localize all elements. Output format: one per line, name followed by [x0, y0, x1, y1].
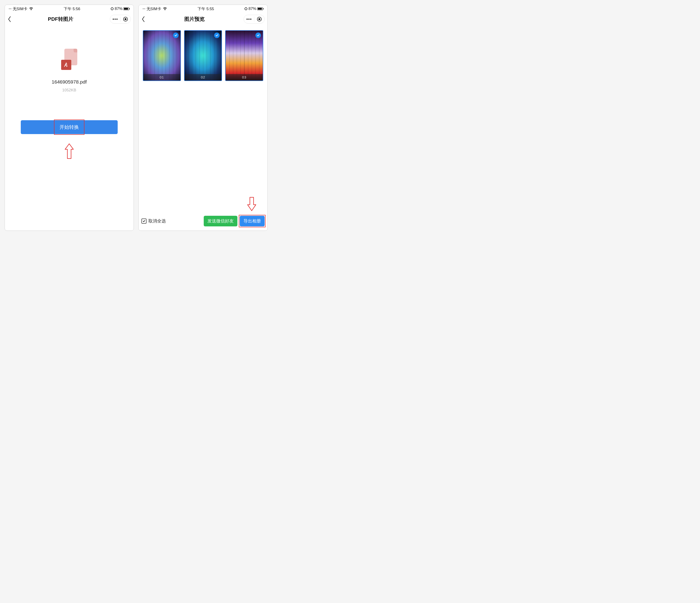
svg-point-11 [247, 19, 248, 20]
arrow-up-icon [64, 143, 74, 161]
svg-point-15 [258, 18, 260, 20]
svg-rect-9 [258, 8, 262, 10]
battery-label: 87% [115, 6, 123, 11]
highlight-box [239, 215, 266, 227]
back-button[interactable] [142, 16, 145, 22]
export-album-button[interactable]: 导出相册 [240, 216, 265, 226]
close-button[interactable] [254, 15, 265, 23]
status-bar: •••• 无SIM卡 下午 5:55 87% [139, 5, 268, 13]
battery-label: 87% [249, 6, 256, 11]
checkbox-icon [142, 219, 147, 224]
deselect-all-label: 取消全选 [148, 218, 166, 224]
filename-label: 1646905978.pdf [52, 79, 87, 85]
wifi-icon [162, 7, 167, 10]
wifi-icon [29, 7, 33, 10]
screen-pdf-convert: •••• 无SIM卡 下午 5:56 87% PDF转图片 [5, 5, 134, 231]
miniprogram-capsule [110, 15, 131, 24]
status-bar: •••• 无SIM卡 下午 5:56 87% [5, 5, 133, 13]
location-icon [244, 7, 248, 10]
thumbnail-item[interactable]: 03 [225, 30, 263, 81]
carrier-label: 无SIM卡 [13, 6, 27, 11]
signal-dots-icon: •••• [8, 7, 11, 10]
nav-bar: 图片预览 [139, 13, 268, 26]
send-wechat-label: 发送微信好友 [207, 218, 234, 224]
menu-button[interactable] [244, 15, 254, 23]
screen-image-preview: •••• 无SIM卡 下午 5:55 87% 图片预览 [139, 5, 268, 231]
signal-dots-icon: •••• [142, 7, 145, 10]
svg-point-5 [117, 19, 118, 20]
thumbnail-label: 03 [226, 74, 263, 80]
svg-point-3 [113, 19, 114, 20]
battery-icon [123, 7, 130, 10]
back-button[interactable] [8, 16, 11, 22]
highlight-box [54, 120, 84, 135]
svg-point-13 [250, 19, 251, 20]
menu-button[interactable] [110, 15, 120, 23]
thumbnail-label: 01 [143, 74, 180, 80]
deselect-all[interactable]: 取消全选 [142, 218, 201, 224]
svg-rect-2 [129, 8, 130, 9]
location-icon [110, 7, 114, 10]
clock: 下午 5:56 [64, 6, 80, 11]
carrier-label: 无SIM卡 [147, 6, 161, 11]
pdf-file-icon [61, 49, 77, 70]
check-icon [255, 32, 261, 38]
miniprogram-capsule [244, 15, 265, 24]
thumbnail-grid: 01 02 03 [139, 26, 268, 86]
thumbnail-item[interactable]: 02 [184, 30, 222, 81]
svg-point-7 [125, 18, 126, 20]
thumbnail-label: 02 [184, 74, 222, 80]
thumbnail-item[interactable]: 01 [143, 30, 181, 81]
svg-rect-1 [124, 8, 128, 10]
svg-point-12 [249, 19, 250, 20]
arrow-down-icon [247, 197, 257, 212]
nav-bar: PDF转图片 [5, 13, 133, 26]
battery-icon [257, 7, 264, 10]
close-button[interactable] [120, 15, 131, 23]
send-wechat-button[interactable]: 发送微信好友 [204, 216, 238, 226]
clock: 下午 5:55 [198, 6, 214, 11]
page-title: 图片预览 [145, 16, 244, 23]
svg-rect-10 [263, 8, 264, 9]
footer-bar: 取消全选 发送微信好友 导出相册 [139, 213, 268, 231]
page-title: PDF转图片 [11, 16, 110, 23]
check-icon [173, 32, 179, 38]
svg-point-4 [115, 19, 116, 20]
filesize-label: 1052KB [62, 88, 76, 93]
convert-button[interactable]: 开始转换 [21, 120, 118, 134]
